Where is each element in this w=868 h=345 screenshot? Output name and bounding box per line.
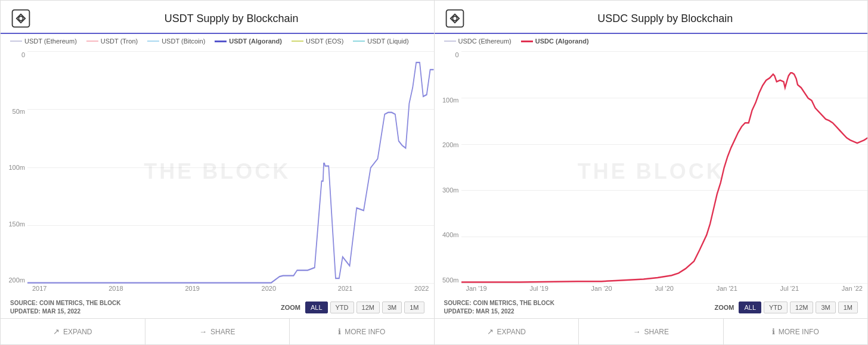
usdc-zoom-3m[interactable]: 3M <box>816 302 835 313</box>
usdc-zoom-1m[interactable]: 1M <box>838 302 858 313</box>
usdc-zoom-all[interactable]: ALL <box>739 302 761 313</box>
share-icon: → <box>199 327 207 336</box>
usdt-panel: USDT Supply by Blockchain USDT (Ethereum… <box>0 0 435 345</box>
usdc-y-axis: 500m 400m 300m 200m 100m 0 <box>435 47 461 296</box>
usdt-zoom-controls: ZOOM ALL YTD 12M 3M 1M <box>281 302 424 313</box>
usdt-logo <box>10 8 32 29</box>
usdt-expand-button[interactable]: ↗ EXPAND <box>1 319 145 344</box>
usdt-zoom-ytd[interactable]: YTD <box>330 302 354 313</box>
usdc-expand-button[interactable]: ↗ EXPAND <box>435 319 579 344</box>
usdc-legend: USDC (Ethereum) USDC (Algorand) <box>435 34 868 47</box>
usdc-logo <box>444 8 466 29</box>
svg-point-3 <box>452 16 457 20</box>
usdc-footer: SOURCE: COIN METRICS, THE BLOCK UPDATED:… <box>435 296 868 318</box>
usdt-share-button[interactable]: → SHARE <box>145 319 290 344</box>
usdt-x-axis: 2017 2018 2019 2020 2021 2022 <box>27 284 434 296</box>
usdt-footer: SOURCE: COIN METRICS, THE BLOCK UPDATED:… <box>1 296 434 318</box>
legend-usdc-eth: USDC (Ethereum) <box>444 38 512 45</box>
info-icon: ℹ <box>772 327 775 336</box>
usdt-zoom-all[interactable]: ALL <box>305 302 328 313</box>
usdc-share-button[interactable]: → SHARE <box>579 319 724 344</box>
usdc-title: USDC Supply by Blockchain <box>473 13 858 25</box>
usdt-header: USDT Supply by Blockchain <box>1 1 434 34</box>
usdt-title: USDT Supply by Blockchain <box>39 13 424 25</box>
expand-icon: ↗ <box>53 327 60 336</box>
usdc-zoom-controls: ZOOM ALL YTD 12M 3M 1M <box>714 302 858 313</box>
svg-rect-2 <box>446 10 463 27</box>
legend-usdt-eth: USDT (Ethereum) <box>10 38 77 45</box>
legend-usdt-algo: USDT (Algorand) <box>215 38 282 45</box>
usdt-more-info-button[interactable]: ℹ MORE INFO <box>290 319 434 344</box>
usdc-chart-svg <box>461 52 868 284</box>
usdc-header: USDC Supply by Blockchain <box>435 1 868 34</box>
legend-usdt-tron: USDT (Tron) <box>86 38 138 45</box>
usdc-source: SOURCE: COIN METRICS, THE BLOCK UPDATED:… <box>444 299 555 316</box>
legend-usdc-algo: USDC (Algorand) <box>521 38 589 45</box>
legend-usdt-btc: USDT (Bitcoin) <box>147 38 205 45</box>
legend-usdt-eos: USDT (EOS) <box>292 38 343 45</box>
usdt-zoom-12m[interactable]: 12M <box>356 302 380 313</box>
usdt-y-axis: 200m 150m 100m 50m 0 <box>1 47 27 296</box>
legend-usdt-liquid: USDT (Liquid) <box>353 38 409 45</box>
expand-icon: ↗ <box>487 327 494 336</box>
svg-point-1 <box>18 16 23 20</box>
usdt-chart-svg <box>27 52 434 284</box>
usdc-panel: USDC Supply by Blockchain USDC (Ethereum… <box>435 0 869 345</box>
usdt-chart-area: THE BLOCK 200m 150m 100m 50m 0 2017 2018… <box>1 47 434 296</box>
usdc-chart-area: THE BLOCK 500m 400m 300m 200m 100m 0 Jan… <box>435 47 868 296</box>
usdt-zoom-1m[interactable]: 1M <box>404 302 424 313</box>
usdt-zoom-3m[interactable]: 3M <box>382 302 402 313</box>
share-icon: → <box>633 327 641 336</box>
usdt-legend: USDT (Ethereum) USDT (Tron) USDT (Bitcoi… <box>1 34 434 47</box>
usdc-zoom-ytd[interactable]: YTD <box>764 302 788 313</box>
svg-rect-0 <box>13 10 30 27</box>
usdc-action-bar: ↗ EXPAND → SHARE ℹ MORE INFO <box>435 318 868 344</box>
usdc-x-axis: Jan '19 Jul '19 Jan '20 Jul '20 Jan '21 … <box>461 284 868 296</box>
info-icon: ℹ <box>338 327 341 336</box>
usdc-more-info-button[interactable]: ℹ MORE INFO <box>724 319 868 344</box>
usdc-zoom-12m[interactable]: 12M <box>790 302 813 313</box>
usdt-source: SOURCE: COIN METRICS, THE BLOCK UPDATED:… <box>10 299 121 316</box>
usdt-action-bar: ↗ EXPAND → SHARE ℹ MORE INFO <box>1 318 434 344</box>
